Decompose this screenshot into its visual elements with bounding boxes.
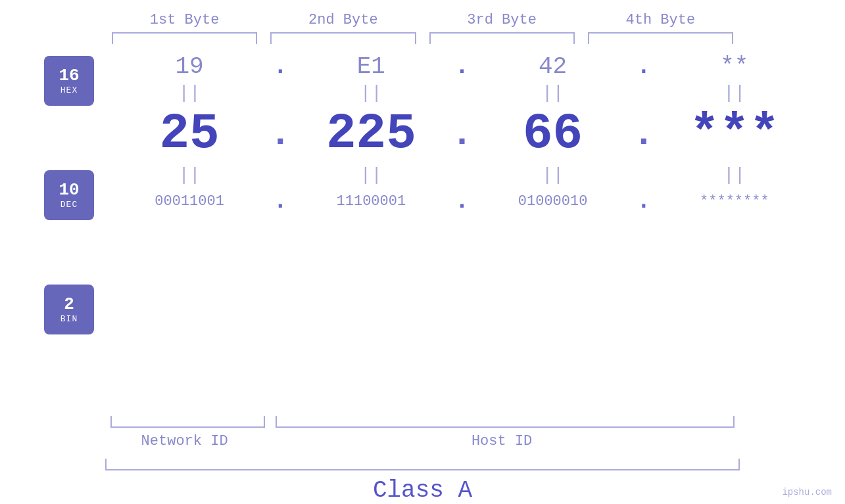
top-bracket-1 [112, 32, 257, 44]
bin-dot3: . [631, 188, 657, 215]
host-id-label: Host ID [264, 433, 740, 449]
class-bracket [105, 459, 740, 470]
dec-b2: 225 [293, 106, 448, 162]
byte2-label: 2nd Byte [264, 12, 422, 28]
equals-row-2: || || || || [112, 165, 812, 185]
network-id-label: Network ID [105, 433, 264, 449]
dec-dot3: . [631, 113, 657, 155]
eq3: || [475, 83, 631, 103]
bottom-brackets [105, 416, 740, 428]
host-id-bracket [276, 416, 735, 428]
dec-badge-number: 10 [59, 181, 79, 200]
byte1-label: 1st Byte [105, 12, 264, 28]
class-section: Class A [0, 459, 845, 504]
top-bracket-4 [588, 32, 733, 44]
dec-b3: 66 [475, 106, 631, 162]
eq6: || [293, 165, 448, 185]
hex-badge-label: HEX [60, 85, 78, 95]
bin-b4: ******** [657, 193, 812, 210]
hex-b1: 19 [112, 53, 267, 80]
hex-badge: 16 HEX [44, 56, 94, 106]
class-label-row: Class A [105, 477, 740, 504]
eq4: || [657, 83, 812, 103]
bin-b2: 11100001 [293, 193, 448, 210]
eq2: || [293, 83, 448, 103]
id-labels: Network ID Host ID [105, 433, 740, 449]
bottom-section: Network ID Host ID [0, 416, 845, 449]
main-container: 1st Byte 2nd Byte 3rd Byte 4th Byte 16 H… [0, 0, 845, 504]
network-id-bracket [110, 416, 265, 428]
byte-headers: 1st Byte 2nd Byte 3rd Byte 4th Byte [0, 12, 845, 28]
bin-badge-number: 2 [64, 295, 74, 314]
eq8: || [657, 165, 812, 185]
class-label: Class A [373, 477, 472, 504]
dec-row: 25 . 225 . 66 . *** [112, 106, 812, 162]
bin-badge-label: BIN [60, 314, 78, 324]
hex-row: 19 . E1 . 42 . ** [112, 53, 812, 80]
hex-b3: 42 [475, 53, 631, 80]
dec-b1: 25 [112, 106, 267, 162]
eq1: || [112, 83, 267, 103]
bin-row: 00011001 . 11100001 . 01000010 . *******… [112, 188, 812, 215]
eq5: || [112, 165, 267, 185]
byte3-label: 3rd Byte [423, 12, 581, 28]
dec-b4: *** [657, 106, 812, 162]
hex-dot3: . [631, 53, 657, 80]
top-bracket-2 [270, 32, 416, 44]
dec-badge-label: DEC [60, 200, 78, 210]
top-bracket-3 [429, 32, 575, 44]
hex-b4: ** [657, 53, 812, 80]
equals-row-1: || || || || [112, 83, 812, 103]
bin-dot2: . [449, 188, 475, 215]
dec-dot1: . [267, 113, 293, 155]
dec-dot2: . [449, 113, 475, 155]
watermark: ipshu.com [782, 487, 832, 497]
hex-badge-number: 16 [59, 66, 79, 85]
badges-column: 16 HEX 10 DEC 2 BIN [33, 44, 105, 411]
bin-badge: 2 BIN [44, 285, 94, 334]
hex-dot2: . [449, 53, 475, 80]
dec-badge: 10 DEC [44, 170, 94, 220]
bin-b1: 00011001 [112, 193, 267, 210]
byte4-label: 4th Byte [581, 12, 740, 28]
hex-dot1: . [267, 53, 293, 80]
eq7: || [475, 165, 631, 185]
bin-dot1: . [267, 188, 293, 215]
bin-b3: 01000010 [475, 193, 631, 210]
top-brackets [0, 32, 845, 44]
hex-b2: E1 [293, 53, 448, 80]
